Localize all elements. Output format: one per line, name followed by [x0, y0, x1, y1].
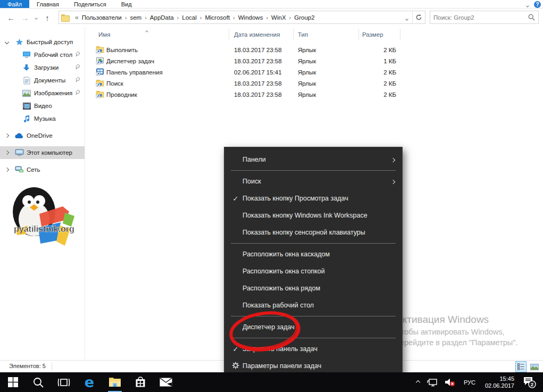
sidebar-item-label: OneDrive	[27, 132, 53, 139]
collapsed-path-icon[interactable]: «	[72, 14, 82, 21]
menu-item-task-manager[interactable]: Диспетчер задач	[224, 319, 402, 336]
sidebar-item-label: Видео	[34, 103, 52, 109]
breadcrumb-item[interactable]: Microsoft	[205, 14, 230, 21]
chevron-right-icon[interactable]	[0, 168, 14, 171]
task-view-button[interactable]	[51, 372, 77, 392]
chevron-right-icon[interactable]	[0, 134, 14, 137]
sidebar-item-pictures[interactable]: Изображения	[0, 87, 85, 99]
breadcrumb-separator-icon: ›	[174, 14, 182, 21]
menu-item-stack-windows[interactable]: Расположить окна стопкой	[224, 263, 402, 280]
menu-item-lock-taskbar[interactable]: ✓ Закрепить панель задач	[224, 340, 402, 357]
column-resizer[interactable]	[400, 29, 400, 40]
column-header-type[interactable]: Тип	[298, 31, 308, 38]
menu-item-search[interactable]: Поиск	[224, 173, 402, 190]
check-icon: ✓	[231, 345, 240, 353]
breadcrumb-item[interactable]: sem	[130, 14, 141, 21]
sidebar-item-downloads[interactable]: Загрузки	[0, 61, 85, 74]
tab-home[interactable]: Главная	[29, 0, 66, 8]
help-icon[interactable]: ?	[534, 1, 541, 8]
column-resizer[interactable]	[229, 29, 229, 40]
language-indicator[interactable]: РУС	[459, 379, 480, 386]
volume-muted-icon[interactable]	[441, 372, 459, 392]
file-row[interactable]: Панель управления 02.06.2017 15:41 Ярлык…	[85, 66, 489, 78]
refresh-icon[interactable]	[412, 11, 425, 23]
tab-share[interactable]: Поделиться	[66, 0, 114, 8]
chevron-down-icon[interactable]	[0, 40, 14, 44]
shortcut-folder-icon	[96, 90, 104, 99]
action-center-icon[interactable]: 2	[519, 372, 543, 392]
breadcrumb-separator-icon: ›	[122, 14, 130, 21]
menu-item-label: Расположить окна рядом	[243, 285, 320, 292]
start-button[interactable]	[0, 372, 26, 392]
breadcrumb-item[interactable]: WinX	[271, 14, 286, 21]
network-status-icon[interactable]	[423, 372, 441, 392]
edge-browser-icon[interactable]: e	[77, 372, 102, 392]
forward-button[interactable]: →	[18, 13, 32, 22]
breadcrumb-item[interactable]: Пользователи	[82, 14, 122, 21]
details-view-button[interactable]	[515, 361, 527, 372]
breadcrumb-item[interactable]: Windows	[238, 14, 263, 21]
search-input[interactable]	[433, 14, 528, 21]
column-resizer[interactable]	[358, 29, 359, 40]
thumbnails-view-button[interactable]	[529, 361, 540, 372]
submenu-arrow-icon	[391, 178, 395, 185]
menu-item-cascade-windows[interactable]: Расположить окна каскадом	[224, 246, 402, 263]
file-row[interactable]: Проводник 18.03.2017 23:58 Ярлык 2 КБ	[85, 89, 489, 100]
address-bar[interactable]: « Пользователи › sem › AppData › Local ›…	[59, 11, 425, 24]
back-button[interactable]: ←	[4, 13, 18, 22]
menu-separator	[231, 338, 396, 338]
chevron-right-icon[interactable]	[0, 151, 14, 154]
sidebar-item-videos[interactable]: Видео	[0, 99, 85, 112]
menu-item-toolbars[interactable]: Панели	[224, 151, 402, 168]
edge-logo: e	[85, 375, 94, 389]
sidebar-item-this-pc[interactable]: Этот компьютер	[0, 146, 85, 159]
up-button[interactable]: ↑	[40, 13, 54, 22]
shortcut-control-panel-icon	[96, 68, 104, 77]
menu-item-side-by-side-windows[interactable]: Расположить окна рядом	[224, 280, 402, 297]
sidebar-item-desktop[interactable]: Рабочий стол	[0, 48, 85, 61]
file-size: 2 КБ	[358, 80, 396, 87]
sidebar-item-quick-access[interactable]: Быстрый доступ	[0, 36, 85, 48]
menu-item-label: Закрепить панель задач	[243, 345, 318, 353]
search-icon[interactable]	[528, 14, 535, 21]
breadcrumb-item[interactable]: Group2	[294, 14, 314, 21]
sidebar-item-music[interactable]: Музыка	[0, 112, 85, 125]
sidebar-item-documents[interactable]: Документы	[0, 74, 85, 87]
tab-view[interactable]: Вид	[114, 0, 139, 8]
breadcrumb-item[interactable]: Local	[182, 14, 197, 21]
menu-item-show-touch-keyboard[interactable]: Показать кнопку сенсорной клавиатуры	[224, 224, 402, 241]
column-header-name[interactable]: Имя	[98, 31, 110, 38]
tab-file[interactable]: Файл	[0, 0, 29, 8]
file-row[interactable]: Выполнить 18.03.2017 23:58 Ярлык 2 КБ	[85, 44, 489, 55]
taskbar-search-button[interactable]	[26, 372, 51, 392]
store-icon[interactable]	[128, 372, 153, 392]
menu-item-show-desktop[interactable]: Показать рабочий стол	[224, 297, 402, 314]
breadcrumb-separator-icon: ›	[197, 14, 205, 21]
clock[interactable]: 15:45 02.06.2017	[480, 376, 519, 389]
column-headers: Имя Дата изменения Тип Размер	[85, 27, 543, 43]
expand-ribbon-icon[interactable]	[527, 0, 529, 9]
recent-locations-icon[interactable]	[32, 15, 40, 20]
onedrive-cloud-icon	[14, 133, 24, 139]
sidebar-item-onedrive[interactable]: OneDrive	[0, 129, 85, 142]
sidebar-item-network[interactable]: Сеть	[0, 163, 85, 176]
menu-item-show-ink-workspace[interactable]: Показать кнопку Windows Ink Workspace	[224, 207, 402, 224]
mail-icon[interactable]	[153, 372, 179, 392]
column-header-size[interactable]: Размер	[362, 31, 383, 38]
clock-date: 02.06.2017	[485, 382, 514, 389]
column-resizer[interactable]	[293, 29, 294, 40]
file-type: Ярлык	[298, 80, 316, 87]
file-explorer-icon[interactable]	[102, 372, 128, 392]
menu-item-label: Панели	[243, 156, 266, 163]
menu-item-show-task-view[interactable]: ✓ Показать кнопку Просмотра задач	[224, 190, 402, 207]
file-row[interactable]: Поиск 18.03.2017 23:58 Ярлык 2 КБ	[85, 78, 489, 89]
address-dropdown-icon[interactable]	[402, 13, 412, 22]
file-row[interactable]: Диспетчер задач 18.03.2017 23:58 Ярлык 1…	[85, 55, 489, 66]
breadcrumb-item[interactable]: AppData	[150, 14, 174, 21]
tray-chevron-up-icon[interactable]	[413, 372, 423, 392]
file-modified: 18.03.2017 23:58	[234, 80, 282, 87]
search-box[interactable]	[430, 11, 539, 24]
breadcrumb-separator-icon: ›	[230, 14, 238, 21]
menu-item-label: Показать кнопку Просмотра задач	[243, 195, 348, 202]
column-header-modified[interactable]: Дата изменения	[234, 31, 280, 38]
